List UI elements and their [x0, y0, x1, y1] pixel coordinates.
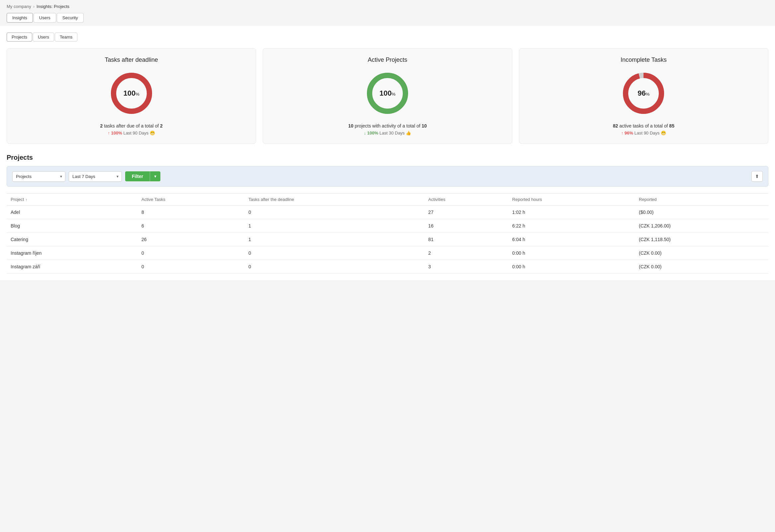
- cell-project: Catering: [7, 233, 137, 246]
- breadcrumb-separator: ›: [33, 4, 35, 9]
- cell-active-tasks: 0: [137, 246, 244, 260]
- cell-reported: (CZK 0.00): [635, 246, 768, 260]
- card-title-2: Incomplete Tasks: [527, 56, 760, 63]
- donut-1: 100%: [364, 70, 411, 116]
- filter-button-group: Filter ▼: [125, 171, 160, 181]
- card-desc-0: 2 tasks after due of a total of 2: [15, 123, 248, 128]
- cell-reported: (CZK 0.00): [635, 260, 768, 274]
- subtab-teams[interactable]: Teams: [55, 33, 77, 41]
- card-title-0: Tasks after deadline: [15, 56, 248, 63]
- cell-activities: 81: [425, 233, 508, 246]
- card-desc-2: 82 active tasks of a total of 85: [527, 123, 760, 128]
- subtab-projects[interactable]: Projects: [7, 33, 32, 41]
- filter-button[interactable]: Filter: [125, 171, 150, 181]
- col-activities[interactable]: Activities: [425, 193, 508, 205]
- filter-dropdown-button[interactable]: ▼: [150, 171, 160, 181]
- col-active-tasks[interactable]: Active Tasks: [137, 193, 244, 205]
- cell-project: Instagram září: [7, 260, 137, 274]
- tab-users-top[interactable]: Users: [34, 13, 56, 23]
- breadcrumb-current: Insights: Projects: [37, 4, 69, 9]
- tab-insights[interactable]: Insights: [7, 13, 33, 23]
- subtab-users[interactable]: Users: [33, 33, 54, 41]
- col-tasks-deadline[interactable]: Tasks after the deadline: [244, 193, 425, 205]
- table-row: Blog 6 1 16 6:22 h (CZK 1,206.00): [7, 219, 768, 233]
- col-reported-hours[interactable]: Reported hours: [508, 193, 635, 205]
- cell-tasks-deadline: 0: [244, 260, 425, 274]
- table-row: Instagram říjen 0 0 2 0:00 h (CZK 0.00): [7, 246, 768, 260]
- cell-tasks-deadline: 1: [244, 233, 425, 246]
- donut-center-2: 96%: [638, 89, 650, 98]
- cell-tasks-deadline: 0: [244, 205, 425, 219]
- cell-project: Instagram říjen: [7, 246, 137, 260]
- sort-icon-project: ↑: [25, 197, 27, 201]
- cell-project: Adel: [7, 205, 137, 219]
- card-tasks-after-deadline: Tasks after deadline 100% 2 tasks after …: [7, 48, 256, 144]
- export-button[interactable]: ⬆: [751, 171, 763, 182]
- col-reported[interactable]: Reported: [635, 193, 768, 205]
- donut-0: 100%: [108, 70, 155, 116]
- card-stat-2: ↑ 96% Last 90 Days 😬: [527, 130, 760, 135]
- card-stat-0: ↑ 100% Last 90 Days 😬: [15, 130, 248, 135]
- project-select-wrapper: Projects All Projects: [12, 171, 65, 182]
- tab-security[interactable]: Security: [57, 13, 84, 23]
- donut-center-1: 100%: [379, 89, 396, 98]
- cards-row: Tasks after deadline 100% 2 tasks after …: [7, 48, 768, 144]
- cell-reported: (CZK 1,206.00): [635, 219, 768, 233]
- card-desc-1: 10 projects with activity of a total of …: [271, 123, 504, 128]
- projects-section-title: Projects: [7, 154, 768, 161]
- cell-reported: (CZK 1,118.50): [635, 233, 768, 246]
- cell-reported-hours: 0:00 h: [508, 260, 635, 274]
- filter-bar: Projects All Projects Last 7 Days Last 3…: [7, 166, 768, 187]
- cell-active-tasks: 8: [137, 205, 244, 219]
- cell-reported-hours: 1:02 h: [508, 205, 635, 219]
- breadcrumb-company[interactable]: My company: [7, 4, 31, 9]
- donut-2: 96%: [620, 70, 667, 116]
- cell-activities: 16: [425, 219, 508, 233]
- cell-reported-hours: 6:22 h: [508, 219, 635, 233]
- cell-activities: 27: [425, 205, 508, 219]
- days-select[interactable]: Last 7 Days Last 30 Days Last 90 Days: [69, 171, 122, 182]
- sub-tabs: Projects Users Teams: [7, 33, 768, 41]
- table-row: Catering 26 1 81 6:04 h (CZK 1,118.50): [7, 233, 768, 246]
- top-tabs: Insights Users Security: [0, 13, 775, 26]
- breadcrumb: My company › Insights: Projects: [0, 0, 775, 13]
- cell-active-tasks: 26: [137, 233, 244, 246]
- projects-table: Project↑ Active Tasks Tasks after the de…: [7, 193, 768, 274]
- cell-reported: ($0.00): [635, 205, 768, 219]
- cell-tasks-deadline: 0: [244, 246, 425, 260]
- table-row: Adel 8 0 27 1:02 h ($0.00): [7, 205, 768, 219]
- table-row: Instagram září 0 0 3 0:00 h (CZK 0.00): [7, 260, 768, 274]
- cell-activities: 2: [425, 246, 508, 260]
- main-content: Projects Users Teams Tasks after deadlin…: [0, 26, 775, 280]
- card-stat-1: ↓ 100% Last 30 Days 👍: [271, 130, 504, 135]
- table-body: Adel 8 0 27 1:02 h ($0.00) Blog 6 1 16 6…: [7, 205, 768, 274]
- table-header: Project↑ Active Tasks Tasks after the de…: [7, 193, 768, 205]
- col-project[interactable]: Project↑: [7, 193, 137, 205]
- card-title-1: Active Projects: [271, 56, 504, 63]
- table-wrapper: Project↑ Active Tasks Tasks after the de…: [7, 193, 768, 274]
- cell-reported-hours: 0:00 h: [508, 246, 635, 260]
- cell-project: Blog: [7, 219, 137, 233]
- cell-active-tasks: 6: [137, 219, 244, 233]
- card-active-projects: Active Projects 100% 10 projects with ac…: [263, 48, 512, 144]
- cell-activities: 3: [425, 260, 508, 274]
- cell-active-tasks: 0: [137, 260, 244, 274]
- cell-reported-hours: 6:04 h: [508, 233, 635, 246]
- donut-center-0: 100%: [123, 89, 139, 98]
- project-select[interactable]: Projects All Projects: [12, 171, 65, 182]
- days-select-wrapper: Last 7 Days Last 30 Days Last 90 Days: [69, 171, 122, 182]
- cell-tasks-deadline: 1: [244, 219, 425, 233]
- card-incomplete-tasks: Incomplete Tasks 96% 82 active tasks of …: [519, 48, 768, 144]
